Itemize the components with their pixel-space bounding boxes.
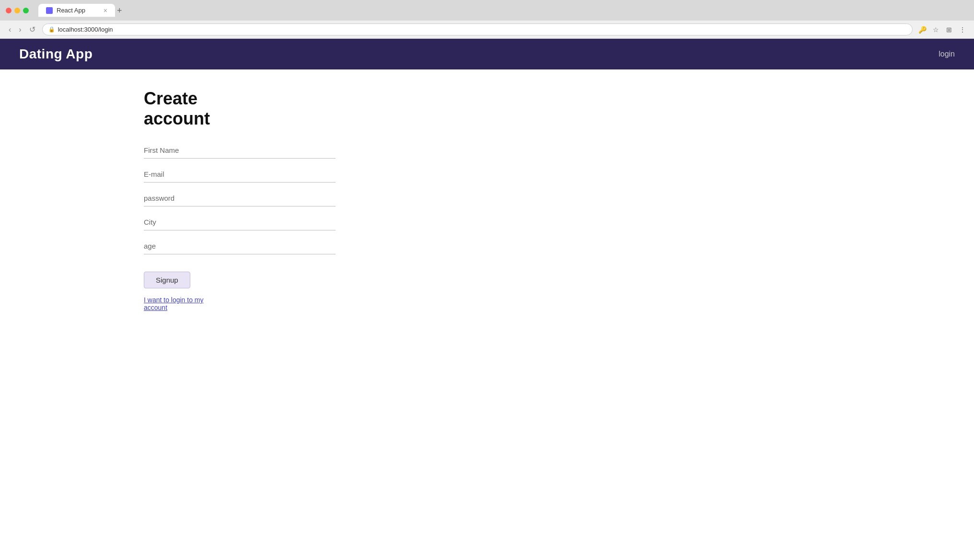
age-field: [144, 238, 220, 254]
more-icon[interactable]: ⋮: [957, 24, 968, 35]
firstname-field: [144, 142, 220, 159]
app-wrapper: Dating App login Create account Signup I: [0, 39, 974, 560]
city-input[interactable]: [144, 214, 336, 230]
browser-toolbar: ‹ › ↺ 🔒 localhost:3000/login 🔑 ☆ ⊞ ⋮: [0, 21, 974, 38]
signup-button[interactable]: Signup: [144, 272, 190, 288]
tab-favicon: [46, 7, 53, 14]
login-link[interactable]: I want to login to my account: [144, 296, 220, 311]
browser-tab[interactable]: React App ×: [38, 4, 115, 17]
city-field: [144, 214, 220, 230]
back-button[interactable]: ‹: [6, 24, 14, 35]
key-icon[interactable]: 🔑: [916, 24, 928, 35]
forward-button[interactable]: ›: [16, 24, 24, 35]
reload-button[interactable]: ↺: [26, 24, 38, 35]
new-tab-button[interactable]: +: [117, 6, 122, 15]
browser-chrome: React App × + ‹ › ↺ 🔒 localhost:3000/log…: [0, 0, 974, 39]
maximize-button[interactable]: [23, 8, 29, 13]
age-input[interactable]: [144, 238, 336, 254]
form-container: Create account Signup I want to login to…: [19, 89, 220, 311]
password-field: [144, 190, 220, 206]
traffic-lights: [6, 8, 29, 13]
nav-buttons: ‹ › ↺: [6, 24, 38, 35]
extensions-icon[interactable]: ⊞: [943, 24, 955, 35]
tab-close-icon[interactable]: ×: [104, 7, 107, 14]
close-button[interactable]: [6, 8, 12, 13]
app-brand: Dating App: [19, 46, 93, 62]
app-header: Dating App login: [0, 39, 974, 69]
star-icon[interactable]: ☆: [930, 24, 941, 35]
browser-titlebar: React App × +: [0, 0, 974, 21]
app-main: Create account Signup I want to login to…: [0, 69, 974, 560]
email-input[interactable]: [144, 166, 336, 183]
address-text: localhost:3000/login: [58, 26, 113, 33]
toolbar-icons: 🔑 ☆ ⊞ ⋮: [916, 24, 968, 35]
firstname-input[interactable]: [144, 142, 336, 159]
form-title: Create account: [144, 89, 220, 129]
password-input[interactable]: [144, 190, 336, 206]
email-field: [144, 166, 220, 183]
minimize-button[interactable]: [14, 8, 20, 13]
tab-title: React App: [57, 7, 100, 14]
tab-bar: React App × +: [38, 4, 968, 17]
address-bar[interactable]: 🔒 localhost:3000/login: [42, 23, 913, 35]
nav-login-link[interactable]: login: [939, 50, 955, 58]
lock-icon: 🔒: [48, 26, 55, 33]
